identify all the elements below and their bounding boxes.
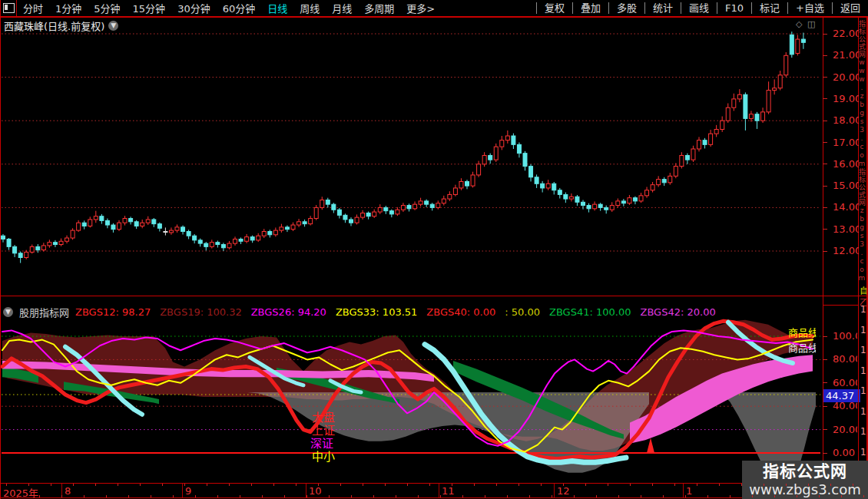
date-tick	[106, 495, 107, 497]
date-tick	[17, 495, 18, 497]
menu-item-7[interactable]: 日线	[261, 1, 293, 15]
date-tick	[162, 484, 163, 486]
strip-digit: 1	[860, 365, 866, 376]
date-tick	[652, 484, 653, 486]
indicator-axis-label: 0.00	[833, 447, 857, 458]
strip-digit: 1	[860, 345, 866, 355]
price-tick	[823, 77, 827, 78]
date-tick	[774, 495, 775, 497]
indicator-axis-label: 40.00	[833, 400, 857, 411]
date-tick	[340, 484, 341, 486]
panel-toggle-icon[interactable]: ◫	[807, 19, 815, 29]
diamond-icon[interactable]: ◇	[796, 19, 802, 29]
tool-button-7[interactable]: 标记	[751, 2, 787, 14]
pane-legend-4: 中小	[312, 448, 335, 464]
date-tick	[697, 484, 697, 486]
date-tick	[730, 495, 731, 497]
indicator-axis-label: 20.00	[833, 424, 857, 435]
month-label-5: 11	[442, 485, 455, 497]
date-tick	[585, 484, 586, 486]
date-tick	[563, 484, 564, 486]
month-separator	[182, 484, 183, 497]
date-tick	[396, 495, 396, 497]
tools-menu: 复权叠加多股统计画线F10标记+自选返回	[536, 0, 868, 16]
indicator-tick	[823, 336, 827, 337]
date-tick	[552, 495, 552, 497]
date-tick	[351, 495, 352, 497]
menu-item-3[interactable]: 5分钟	[88, 1, 126, 15]
price-label: 13.00	[833, 223, 859, 235]
tool-button-3[interactable]: 多股	[608, 2, 644, 14]
trading-app-window: { "top_bar": { "left_items": [ {"label":…	[0, 0, 868, 499]
date-tick	[541, 484, 542, 486]
axis-border	[823, 17, 823, 498]
indicator-axis-label: 80.00	[833, 353, 857, 365]
menu-item-9[interactable]: 月线	[326, 1, 358, 15]
menu-item-5[interactable]: 30分钟	[171, 1, 217, 15]
tool-button-6[interactable]: F10	[717, 2, 751, 14]
menu-item-10[interactable]: 多周期	[358, 1, 400, 15]
tool-button-2[interactable]: 叠加	[572, 2, 608, 14]
price-tick	[823, 142, 827, 143]
price-label: 12.00	[833, 245, 859, 256]
date-tick	[207, 484, 207, 486]
date-tick	[385, 484, 386, 486]
date-tick	[84, 495, 84, 497]
date-tick	[51, 484, 51, 486]
watermark-line1: 指标公式网	[763, 461, 847, 481]
date-tick	[61, 495, 62, 497]
price-label: 15.00	[833, 180, 859, 191]
menu-item-6[interactable]: 60分钟	[217, 1, 262, 15]
indicator-axis-label: 60.00	[833, 377, 857, 388]
price-tick	[823, 229, 827, 230]
tool-button-9[interactable]: 返回	[832, 2, 868, 14]
date-tick	[685, 495, 686, 497]
window-layout-button[interactable]	[0, 0, 17, 16]
price-tick	[823, 207, 827, 208]
left-border	[0, 17, 1, 499]
month-label-3: 9	[185, 485, 191, 497]
price-label: 16.00	[833, 158, 859, 170]
indicator-chart[interactable]	[0, 296, 823, 483]
date-tick	[741, 484, 742, 486]
date-tick	[496, 484, 497, 486]
date-tick	[474, 484, 475, 486]
menu-item-4[interactable]: 15分钟	[127, 1, 172, 15]
date-tick	[786, 484, 787, 486]
price-tick	[823, 34, 827, 35]
price-label: 20.00	[833, 71, 859, 83]
price-tick	[823, 98, 827, 99]
indicator-tick	[823, 359, 827, 360]
month-label-1: 2025年	[3, 485, 38, 499]
site-watermark: 指标公式网 www.zbgs3.com	[742, 461, 868, 499]
menu-item-11[interactable]: 更多>	[400, 1, 441, 15]
menu-item-1[interactable]: 分时	[17, 1, 49, 15]
date-tick	[407, 484, 408, 486]
date-tick	[808, 484, 809, 486]
menu-item-8[interactable]: 周线	[293, 1, 326, 15]
tool-button-5[interactable]: 画线	[681, 2, 717, 14]
month-label-4: 10	[309, 485, 322, 497]
date-tick	[452, 484, 452, 486]
date-tick	[195, 495, 196, 497]
date-tick	[39, 495, 40, 497]
date-tick	[284, 495, 285, 497]
indicator-tick	[823, 453, 827, 454]
price-label: 17.00	[833, 137, 859, 148]
date-tick	[608, 484, 608, 486]
date-tick	[373, 495, 374, 497]
tool-button-4[interactable]: 统计	[644, 2, 681, 14]
candlestick-chart[interactable]	[0, 17, 823, 296]
tool-button-8[interactable]: +自选	[787, 2, 832, 14]
date-tick	[429, 484, 430, 486]
curve-end-label-2: 商品线	[788, 340, 816, 355]
date-tick	[518, 484, 519, 486]
date-tick	[306, 495, 307, 497]
date-tick	[418, 495, 419, 497]
tool-button-1[interactable]: 复权	[536, 2, 572, 14]
indicator-axis-label: 100.00	[833, 330, 857, 342]
price-label: 19.00	[833, 93, 859, 104]
date-tick	[118, 484, 118, 486]
date-tick	[462, 495, 463, 497]
menu-item-2[interactable]: 1分钟	[49, 1, 88, 15]
